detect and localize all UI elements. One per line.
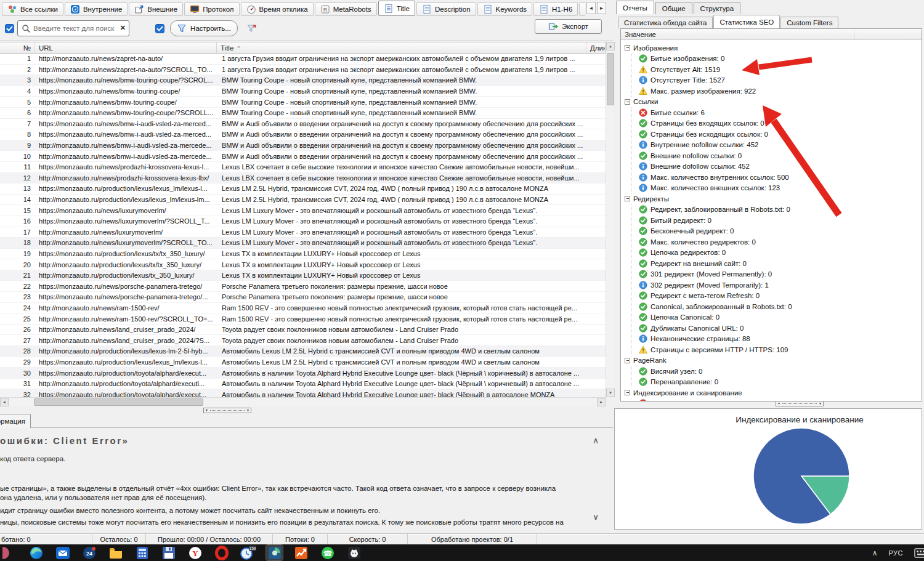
table-row[interactable]: 12http://monzaauto.ru/news/prodazhi-kros… <box>0 173 606 184</box>
table-row[interactable]: 30https://monzaauto.ru/production/toyota… <box>0 368 606 379</box>
scroll-up-icon[interactable]: ▲ <box>606 42 615 50</box>
right-panel-tab[interactable]: Отчеты <box>616 1 654 14</box>
tree-item[interactable]: Отсутствует Alt: 1519 <box>631 64 922 75</box>
table-horizontal-scrollbar[interactable]: ◄ ► <box>0 397 606 406</box>
export-button[interactable]: Экспорт <box>535 19 602 34</box>
toolbar-tab[interactable]: RMetaRobots <box>315 2 377 16</box>
edge-icon[interactable] <box>28 545 44 560</box>
scroll-left-icon[interactable]: ◄ <box>0 398 9 406</box>
table-vertical-scrollbar[interactable]: ▲ ▼ <box>606 42 614 397</box>
language-indicator[interactable]: РУС <box>888 549 903 557</box>
tree-group[interactable]: Изображения <box>625 42 922 54</box>
calculator-icon[interactable] <box>134 545 150 560</box>
statistics-subtab[interactable]: Статистика обхода сайта <box>618 17 713 28</box>
tree-item[interactable]: Внешние dofollow ссылки: 452 <box>631 161 922 172</box>
tree-item[interactable]: Редирект на внешний сайт: 0 <box>631 258 922 269</box>
hours-24-icon[interactable]: 24 <box>81 545 97 560</box>
column-header-length[interactable]: Длин <box>586 42 606 53</box>
collapse-icon[interactable] <box>625 45 630 50</box>
siteanalyzer-icon[interactable] <box>266 545 283 560</box>
tree-group[interactable]: Ссылки <box>625 97 922 108</box>
tree-item[interactable]: Отсутствует Title: 1527 <box>631 75 922 86</box>
toolbar-tab[interactable]: Description <box>416 2 476 16</box>
table-row[interactable]: 7https://monzaauto.ru/news/bmw-i-audi-vs… <box>0 119 606 130</box>
tree-item[interactable]: Внешние nofollow ссылки: 0 <box>631 150 922 161</box>
github-icon[interactable] <box>346 545 362 560</box>
tree-item[interactable]: Цепочка редиректов: 0 <box>631 248 922 259</box>
tree-item[interactable]: Бесконечный редирект: 0 <box>631 226 922 237</box>
app-partial-icon[interactable] <box>1 545 18 560</box>
table-row[interactable]: 31http://monzaauto.ru/production/toyota/… <box>0 379 606 390</box>
configure-filter-button[interactable]: Настроить... <box>170 20 238 36</box>
tabs-scroll-right-button[interactable]: ► <box>597 2 606 14</box>
table-row[interactable]: 29https://monzaauto.ru/production/lexus/… <box>0 357 606 368</box>
table-row[interactable]: 5http://monzaauto.ru/news/bmw-touring-co… <box>0 97 606 108</box>
table-row[interactable]: 14http://monzaauto.ru/production/lexus/l… <box>0 195 606 206</box>
table-row[interactable]: 4https://monzaauto.ru/news/bmw-touring-c… <box>0 86 606 97</box>
splitter-handle[interactable]: ▼▼ <box>776 401 824 406</box>
table-row[interactable]: 27http://monzaauto.ru/news/land_cruiser_… <box>0 335 606 346</box>
clear-search-icon[interactable]: ✕ <box>120 25 126 31</box>
tree-item[interactable]: Неканонические страницы: 88 <box>631 334 922 345</box>
tree-item[interactable]: Страницы без исходящих ссылок: 0 <box>631 129 922 140</box>
tab-information[interactable]: ормация <box>0 414 31 428</box>
floppy-icon[interactable] <box>160 545 177 560</box>
splitter-handle[interactable]: ▼▼ <box>203 408 251 413</box>
table-row[interactable]: 16https://monzaauto.ru/news/luxurymoverl… <box>0 216 606 227</box>
table-row[interactable]: 26http://monzaauto.ru/news/land_cruiser_… <box>0 325 606 336</box>
table-row[interactable]: 11https://monzaauto.ru/news/prodazhi-kro… <box>0 162 606 173</box>
collapse-icon[interactable] <box>625 390 630 395</box>
folder-icon[interactable] <box>107 545 124 560</box>
column-header-title[interactable]: Title ^ <box>217 42 586 53</box>
right-panel-tab[interactable]: Структура <box>694 2 741 14</box>
scroll-down-icon[interactable]: ▼ <box>606 389 615 397</box>
opera-icon[interactable] <box>213 545 230 560</box>
vertical-scroll-thumb[interactable] <box>607 53 614 105</box>
table-row[interactable]: 22https://monzaauto.ru/news/porsche-pana… <box>0 281 606 292</box>
tree-item[interactable]: Макс. количество внешних ссылок: 123 <box>631 183 922 194</box>
table-row[interactable]: 17http://monzaauto.ru/news/luxurymoverlm… <box>0 227 606 238</box>
tree-item[interactable]: Редирект с мета-тегом Refresh: 0 <box>631 291 922 302</box>
touch-keyboard-icon[interactable] <box>914 548 924 558</box>
tree-item[interactable]: Битый редирект: 0 <box>631 215 922 226</box>
right-panel-tab[interactable]: Общие <box>655 2 692 14</box>
table-row[interactable]: 32https://monzaauto.ru/production/toyota… <box>0 389 606 397</box>
tree-item[interactable]: Страницы с версиями HTTP / HTTPS: 109 <box>631 344 922 355</box>
table-row[interactable]: 25http://monzaauto.ru/news/ram-1500-rev/… <box>0 313 606 325</box>
tree-group[interactable]: Индексирование и сканирование <box>625 387 922 398</box>
horizontal-scroll-thumb[interactable] <box>34 398 203 406</box>
search-enabled-checkbox[interactable] <box>5 24 14 33</box>
tree-item[interactable]: Макс. размер изображения: 922 <box>631 86 922 97</box>
table-row[interactable]: 28http://monzaauto.ru/production/lexus/l… <box>0 346 606 357</box>
tree-item[interactable]: Страницы без входящих ссылок: 0 <box>631 118 922 129</box>
toolbar-tab[interactable]: Keywords <box>477 2 533 16</box>
tree-item[interactable]: Битые изображения: 0 <box>631 54 922 65</box>
filter-enabled-checkbox[interactable] <box>155 24 164 33</box>
tree-item[interactable]: Битые ссылки: 6 <box>631 107 922 118</box>
tabs-scroll-left-button[interactable]: ◄ <box>586 2 596 14</box>
chart-app-icon[interactable] <box>293 545 309 560</box>
table-row[interactable]: 10http://monzaauto.ru/news/bmw-i-audi-vs… <box>0 151 606 162</box>
tree-item[interactable]: 302 редирект (Moved Temporarily): 1 <box>631 280 922 291</box>
toolbar-tab[interactable]: Title <box>378 1 415 16</box>
table-row[interactable]: 19https://monzaauto.ru/production/lexus/… <box>0 249 606 260</box>
table-row[interactable]: 24http://monzaauto.ru/news/ram-1500-rev/… <box>0 303 606 314</box>
search-input[interactable] <box>33 22 115 34</box>
mail-icon[interactable] <box>54 545 71 560</box>
table-row[interactable]: 15https://monzaauto.ru/news/luxurymoverl… <box>0 205 606 216</box>
table-row[interactable]: 21http://monzaauto.ru/production/lexus/t… <box>0 270 606 281</box>
statistics-subtab[interactable]: Статистика SEO <box>713 15 780 28</box>
collapse-icon[interactable] <box>625 358 630 363</box>
toolbar-tab[interactable]: Внутренние <box>65 2 128 16</box>
toolbar-tab[interactable]: H1-H6 <box>533 2 578 16</box>
tree-item[interactable]: Дубликаты Canonical URL: 0 <box>631 323 922 334</box>
column-header-number[interactable]: № <box>0 42 35 53</box>
toolbar-tab[interactable]: Контент <box>579 2 585 16</box>
tree-item[interactable]: Цепочка Canonical: 0 <box>631 312 922 323</box>
tree-item[interactable]: Редирект, заблокированный в Robots.txt: … <box>631 204 922 216</box>
table-row[interactable]: 2http://monzaauto.ru/news/zapret-na-auto… <box>0 65 606 76</box>
tree-item[interactable]: Внутренние nofollow ссылки: 452 <box>631 140 922 151</box>
whatsapp-icon[interactable]: ☎ <box>319 545 336 560</box>
scroll-up-icon[interactable]: ∧ <box>593 435 599 445</box>
scroll-down-icon[interactable]: ∨ <box>593 512 599 522</box>
